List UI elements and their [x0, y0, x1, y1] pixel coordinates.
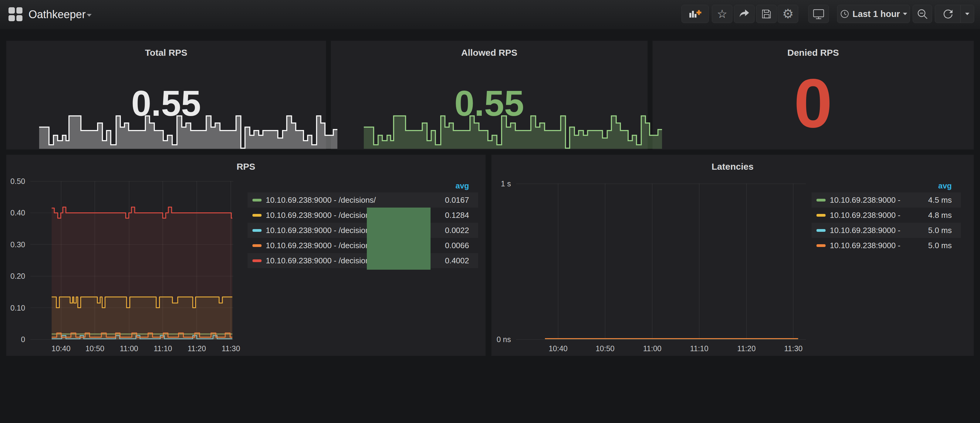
rps-y-axis: 00.100.200.300.400.50 — [6, 181, 26, 339]
y-tick-label: 0.30 — [6, 240, 25, 249]
panel-title[interactable]: Allowed RPS — [331, 48, 648, 58]
legend-row[interactable]: 10.10.69.238:9000 - /decisions/ 0.0167 — [248, 192, 478, 208]
stat-value-denied: 0 — [652, 69, 974, 138]
x-tick-label: 10:50 — [80, 344, 110, 353]
x-tick-label: 11:00 — [114, 344, 144, 353]
series-avg-value: 5.0 ms — [900, 241, 961, 250]
series-color-chip[interactable] — [816, 199, 826, 201]
series-avg-value: 4.5 ms — [900, 195, 961, 205]
series-name[interactable]: 10.10.69.238:9000 - /decisions/ — [266, 195, 417, 205]
x-tick-label: 11:20 — [182, 344, 212, 353]
panel-total-rps: Total RPS 0.55 — [6, 41, 326, 150]
y-tick-label: 0 — [6, 335, 25, 344]
series-name[interactable]: 10.10.69.238:9000 - p95 — [830, 211, 900, 220]
navbar: Oathkeeper ☆ — [0, 0, 980, 29]
panel-allowed-rps: Allowed RPS 0.55 — [331, 41, 648, 150]
x-tick-label: 11:30 — [778, 344, 808, 353]
x-tick-label: 10:50 — [590, 344, 620, 353]
y-tick-label: 0.20 — [6, 271, 25, 280]
stat-value-total: 0.55 — [6, 86, 326, 121]
panel-denied-rps: Denied RPS 0 — [652, 41, 974, 150]
grafana-dashboard: Oathkeeper ☆ — [0, 0, 980, 423]
y-tick-label: 0.40 — [6, 208, 25, 217]
latencies-legend: avg 10.10.69.238:9000 - p90 4.5 ms 10.10… — [811, 179, 961, 253]
x-tick-label: 10:40 — [46, 344, 76, 353]
share-button[interactable] — [734, 5, 754, 23]
series-name[interactable]: 10.10.69.238:9000 - p100 — [830, 241, 900, 250]
refresh-button[interactable] — [935, 5, 960, 23]
settings-button[interactable]: ⚙ — [778, 5, 798, 23]
x-tick-label: 10:40 — [543, 344, 573, 353]
latencies-y-axis: 0 ns1 s — [492, 184, 512, 339]
green-overlay-artifact — [367, 208, 431, 270]
stat-value-allowed: 0.55 — [331, 86, 648, 121]
chevron-down-icon[interactable] — [87, 14, 92, 17]
legend-row[interactable]: 10.10.69.238:9000 - p99 5.0 ms — [811, 223, 961, 238]
refresh-icon — [942, 8, 954, 20]
gear-icon: ⚙ — [782, 8, 794, 20]
series-color-chip[interactable] — [816, 244, 826, 247]
series-color-chip[interactable] — [253, 244, 261, 247]
share-icon — [738, 8, 751, 20]
legend-row[interactable]: 10.10.69.238:9000 - /decisions/ 0.1284 — [248, 208, 478, 223]
x-tick-label: 11:00 — [637, 344, 668, 353]
star-button[interactable]: ☆ — [712, 5, 732, 23]
star-icon: ☆ — [717, 8, 727, 20]
zoom-out-button[interactable] — [913, 5, 932, 23]
save-icon — [760, 8, 773, 20]
legend-row[interactable]: 10.10.69.238:9000 - /decisions/ 0.4002 — [248, 253, 478, 268]
refresh-interval-dropdown[interactable] — [960, 5, 974, 23]
zoom-out-icon — [916, 8, 929, 20]
series-avg-value: 4.8 ms — [900, 211, 961, 220]
chevron-down-icon — [903, 13, 907, 15]
series-avg-value: 5.0 ms — [900, 226, 961, 235]
series-name[interactable]: 10.10.69.238:9000 - p99 — [830, 226, 900, 235]
rps-x-axis: 10:4010:5011:0011:1011:2011:30 — [30, 343, 233, 353]
series-color-chip[interactable] — [253, 229, 261, 232]
monitor-icon — [812, 7, 825, 21]
legend-row[interactable]: 10.10.69.238:9000 - /decisions/ 0.0022 — [248, 223, 478, 238]
legend-row[interactable]: 10.10.69.238:9000 - p100 5.0 ms — [811, 238, 961, 253]
add-panel-icon — [688, 8, 702, 20]
latencies-plot-area[interactable] — [516, 184, 806, 339]
time-range-label: Last 1 hour — [853, 9, 900, 19]
add-panel-button[interactable] — [681, 5, 709, 23]
legend-avg-header[interactable]: avg — [248, 179, 478, 192]
rps-plot-area[interactable] — [30, 181, 233, 339]
legend-avg-header[interactable]: avg — [811, 179, 961, 192]
panel-title[interactable]: Total RPS — [6, 48, 326, 58]
y-tick-label: 0.10 — [6, 303, 25, 312]
rps-legend: avg 10.10.69.238:9000 - /decisions/ 0.01… — [248, 179, 478, 268]
legend-row[interactable]: 10.10.69.238:9000 - /decisions/ 0.0066 — [248, 238, 478, 253]
legend-row[interactable]: 10.10.69.238:9000 - p95 4.8 ms — [811, 208, 961, 223]
rps-series-svg — [30, 181, 233, 339]
clock-icon — [840, 9, 850, 19]
series-color-chip[interactable] — [816, 214, 826, 217]
series-color-chip[interactable] — [253, 259, 261, 262]
x-tick-label: 11:30 — [216, 344, 246, 353]
series-color-chip[interactable] — [816, 229, 826, 232]
save-button[interactable] — [756, 5, 777, 23]
panel-title[interactable]: Latencies — [492, 162, 974, 172]
x-tick-label: 11:10 — [684, 344, 714, 353]
series-name[interactable]: 10.10.69.238:9000 - p90 — [830, 195, 900, 205]
dashboard-grid-icon[interactable] — [8, 7, 22, 21]
x-tick-label: 11:10 — [148, 344, 178, 353]
time-range-picker[interactable]: Last 1 hour — [837, 5, 910, 23]
y-tick-label: 0.50 — [6, 177, 25, 186]
panel-title[interactable]: RPS — [6, 162, 485, 172]
latencies-series-svg — [516, 184, 806, 339]
series-color-chip[interactable] — [253, 199, 261, 201]
panel-title[interactable]: Denied RPS — [652, 48, 974, 58]
legend-row[interactable]: 10.10.69.238:9000 - p90 4.5 ms — [811, 192, 961, 208]
x-tick-label: 11:20 — [731, 344, 762, 353]
series-avg-value: 0.0167 — [417, 195, 478, 205]
panel-rps-graph: RPS 00.100.200.300.400.50 10:4010:5011:0… — [6, 155, 486, 356]
y-tick-label: 1 s — [491, 179, 511, 188]
series-color-chip[interactable] — [253, 214, 261, 217]
refresh-split-button — [935, 5, 974, 23]
panel-latencies-graph: Latencies 0 ns1 s 10:4010:5011:0011:1011… — [491, 155, 974, 356]
cycle-view-button[interactable] — [808, 5, 829, 23]
dashboard-title-dropdown[interactable]: Oathkeeper — [29, 0, 86, 29]
y-tick-label: 0 ns — [491, 335, 511, 344]
